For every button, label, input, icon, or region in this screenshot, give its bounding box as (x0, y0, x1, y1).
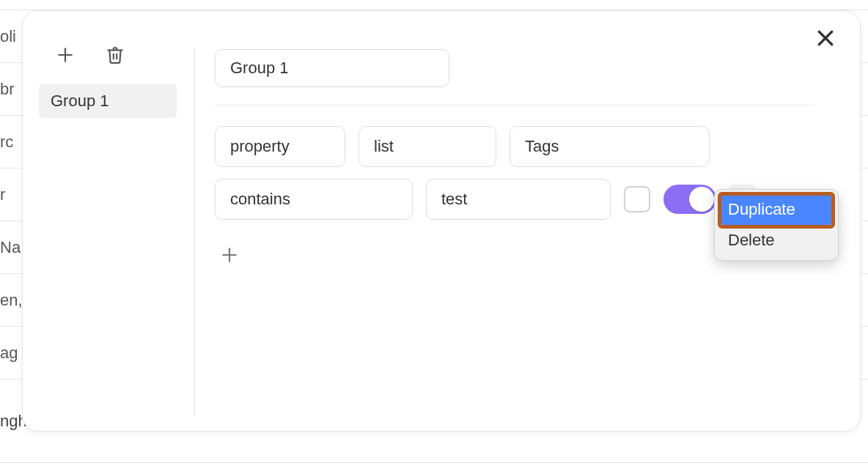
bg-text: rc (0, 133, 13, 152)
rule-source-select[interactable]: property (215, 126, 345, 167)
bg-text: en, (0, 291, 23, 310)
rule-context-menu: Duplicate Delete (714, 189, 839, 261)
bg-text: oli (0, 27, 16, 46)
sidebar-item-label: Group 1 (51, 92, 109, 110)
rule-enabled-toggle[interactable] (663, 185, 716, 214)
trash-icon (106, 45, 125, 65)
rule-source-label: property (230, 137, 290, 156)
rule-operator-select[interactable]: contains (215, 179, 413, 220)
menu-item-label: Duplicate (728, 200, 795, 218)
bg-text: r (0, 185, 5, 204)
rule-field-label: Tags (525, 137, 559, 156)
menu-item-duplicate[interactable]: Duplicate (719, 194, 834, 225)
rule-source-type-label: list (374, 137, 394, 156)
close-icon (814, 27, 836, 49)
sidebar-item-group[interactable]: Group 1 (39, 84, 177, 118)
add-group-button[interactable] (51, 40, 80, 70)
delete-group-button[interactable] (100, 40, 130, 70)
add-rule-button[interactable] (215, 240, 244, 270)
plus-icon (56, 45, 75, 64)
rule-value-input[interactable] (426, 179, 611, 220)
rule-operator-label: contains (230, 190, 290, 209)
bg-text: br (0, 80, 15, 99)
rule-checkbox[interactable] (624, 186, 650, 212)
group-list: Group 1 (23, 84, 193, 118)
menu-item-delete[interactable]: Delete (719, 225, 834, 256)
horizontal-divider (215, 105, 814, 105)
plus-icon (220, 245, 239, 264)
rule-row-1: property list Tags (215, 126, 838, 167)
toggle-knob (689, 187, 714, 212)
rule-source-type-select[interactable]: list (358, 126, 496, 167)
group-name-input[interactable] (215, 49, 449, 87)
bg-text: ag (0, 344, 18, 363)
sidebar: Group 1 (23, 11, 193, 431)
rule-field-select[interactable]: Tags (510, 126, 710, 167)
close-button[interactable] (814, 27, 836, 49)
bg-text: Na (0, 238, 21, 257)
menu-item-label: Delete (728, 231, 775, 249)
